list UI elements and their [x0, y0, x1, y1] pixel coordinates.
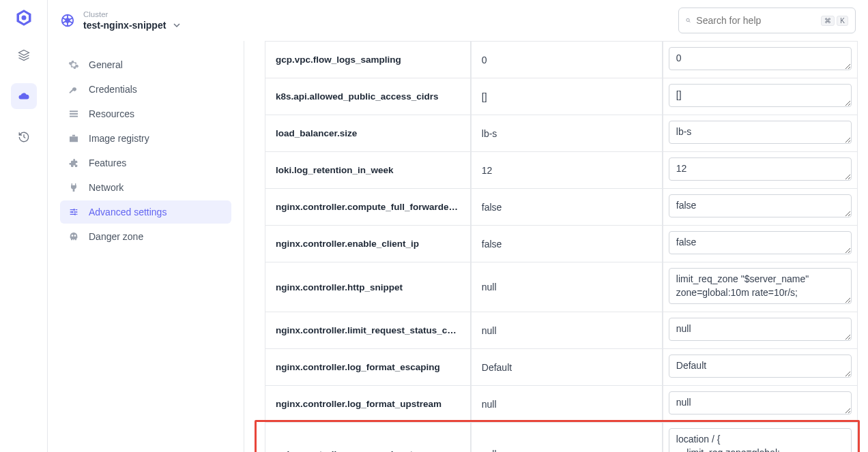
setting-value-input[interactable] [669, 47, 852, 70]
nav-label: Advanced settings [89, 207, 167, 217]
setting-default: 12 [471, 152, 663, 189]
setting-value-input[interactable] [669, 391, 852, 415]
setting-value-input[interactable] [669, 268, 852, 304]
table-row: gcp.vpc.flow_logs_sampling0 [265, 41, 858, 78]
setting-key: nginx.controller.enable_client_ip [265, 226, 471, 262]
setting-default: null [471, 386, 663, 423]
icon-rail [0, 0, 48, 452]
setting-value-cell [663, 41, 858, 78]
skull-icon [68, 231, 79, 242]
nav-label: Credentials [89, 84, 137, 95]
nav-item-credentials[interactable]: Credentials [60, 78, 231, 101]
nav-item-network[interactable]: Network [60, 176, 231, 199]
table-row: k8s.api.allowed_public_access_cidrs[] [265, 78, 858, 115]
nav-label: Danger zone [89, 231, 143, 242]
setting-value-input[interactable] [669, 318, 852, 341]
search-kbd: ⌘ K [821, 16, 848, 26]
setting-value-cell [663, 78, 858, 115]
nav-item-advanced-settings[interactable]: Advanced settings [60, 200, 231, 224]
table-row: nginx.controller.log_format_escapingDefa… [265, 349, 858, 386]
table-row: nginx.controller.server_snippetnull [265, 423, 858, 452]
nav-label: Network [89, 182, 124, 193]
setting-value-input[interactable] [669, 121, 852, 144]
puzzle-icon [68, 157, 79, 168]
search-icon [686, 15, 691, 26]
setting-value-cell [663, 226, 858, 262]
bars-icon [68, 108, 79, 119]
setting-value-cell [663, 349, 858, 386]
rail-item-history[interactable] [11, 124, 37, 150]
search-input[interactable] [696, 15, 815, 26]
setting-key: nginx.controller.http_snippet [265, 262, 471, 312]
cluster-icon [60, 13, 75, 28]
cluster-selector[interactable]: Cluster test-nginx-snippet [83, 10, 181, 31]
search-box[interactable]: ⌘ K [678, 7, 856, 33]
nav-label: Features [89, 157, 126, 168]
nav-item-resources[interactable]: Resources [60, 102, 231, 125]
svg-rect-5 [70, 116, 78, 117]
table-row: loki.log_retention_in_week12 [265, 152, 858, 189]
setting-value-cell [663, 312, 858, 349]
svg-point-8 [74, 213, 76, 215]
app-logo-icon[interactable] [14, 8, 33, 27]
setting-value-cell [663, 152, 858, 189]
setting-value-input[interactable] [669, 428, 852, 452]
setting-key: nginx.controller.limit_request_status_c… [265, 312, 471, 349]
cluster-name: test-nginx-snippet [83, 20, 181, 31]
nav-item-danger-zone[interactable]: Danger zone [60, 225, 231, 248]
table-row: nginx.controller.http_snippetnull [265, 262, 858, 312]
setting-key: gcp.vpc.flow_logs_sampling [265, 41, 471, 78]
setting-value-input[interactable] [669, 355, 852, 378]
setting-value-cell [663, 262, 858, 312]
nav-item-features[interactable]: Features [60, 151, 231, 175]
sliders-icon [68, 207, 79, 217]
rail-item-cloud[interactable] [11, 83, 37, 109]
setting-value-cell [663, 423, 858, 452]
svg-point-2 [686, 18, 689, 21]
setting-default: Default [471, 349, 663, 386]
svg-point-7 [72, 211, 74, 213]
gear-icon [68, 59, 79, 70]
setting-default: 0 [471, 41, 663, 78]
table-row: nginx.controller.log_format_upstreamnull [265, 386, 858, 423]
key-icon [68, 84, 79, 95]
svg-rect-4 [70, 113, 78, 115]
setting-value-cell [663, 189, 858, 226]
svg-point-1 [66, 18, 70, 22]
briefcase-icon [68, 133, 79, 144]
table-row: load_balancer.sizelb-s [265, 115, 858, 152]
setting-default: false [471, 189, 663, 226]
header: Cluster test-nginx-snippet ⌘ K [48, 0, 868, 41]
table-row: nginx.controller.limit_request_status_c…… [265, 312, 858, 349]
settings-table: gcp.vpc.flow_logs_sampling0k8s.api.allow… [265, 41, 858, 452]
setting-key: k8s.api.allowed_public_access_cidrs [265, 78, 471, 115]
setting-key: nginx.controller.compute_full_forwarde… [265, 189, 471, 226]
setting-value-input[interactable] [669, 84, 852, 107]
nav-label: Resources [89, 108, 134, 119]
setting-key: load_balancer.size [265, 115, 471, 152]
setting-value-input[interactable] [669, 231, 852, 254]
nav-label: General [89, 59, 123, 70]
chevron-down-icon [173, 21, 181, 29]
setting-default: null [471, 262, 663, 312]
setting-default: null [471, 423, 663, 452]
setting-value-input[interactable] [669, 194, 852, 217]
nav-item-image-registry[interactable]: Image registry [60, 127, 231, 150]
setting-default: [] [471, 78, 663, 115]
rail-item-layers[interactable] [11, 42, 37, 68]
svg-point-6 [73, 209, 75, 211]
setting-key: nginx.controller.log_format_escaping [265, 349, 471, 386]
cluster-label: Cluster [83, 10, 181, 20]
setting-value-cell [663, 386, 858, 423]
nav-item-general[interactable]: General [60, 53, 231, 76]
setting-key: nginx.controller.server_snippet [265, 423, 471, 452]
setting-key: loki.log_retention_in_week [265, 152, 471, 189]
svg-rect-3 [70, 110, 78, 112]
settings-sidebar: General Credentials Resources Image regi… [48, 41, 244, 452]
setting-value-input[interactable] [669, 157, 852, 181]
plug-icon [68, 182, 79, 193]
nav-label: Image registry [89, 133, 149, 144]
table-row: nginx.controller.enable_client_ipfalse [265, 226, 858, 262]
setting-default: false [471, 226, 663, 262]
setting-default: lb-s [471, 115, 663, 152]
